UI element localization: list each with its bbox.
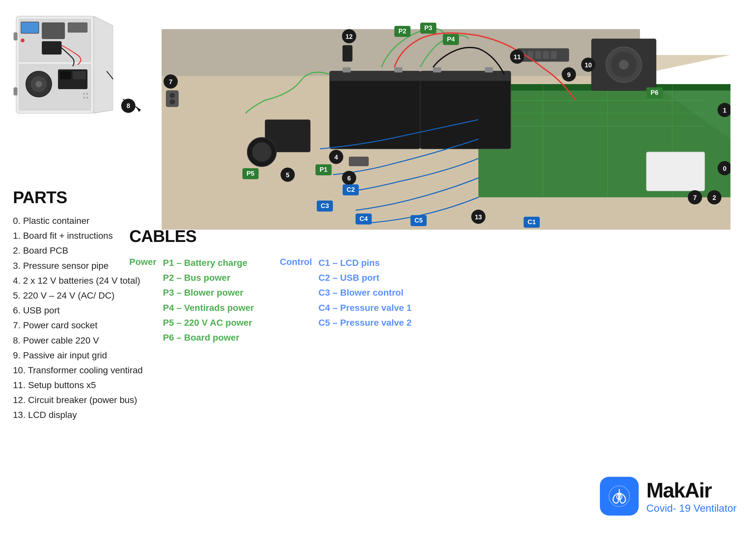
power-cables-group: Power P1 – Battery chargeP2 – Bus powerP… [129,256,254,345]
svg-rect-35 [646,152,705,191]
svg-text:P6: P6 [651,89,659,96]
svg-rect-39 [420,71,511,81]
power-cable-4: P5 – 220 V AC power [163,315,254,330]
part-item-1: 1. Board fit + instructions [13,228,143,243]
cables-grid: Power P1 – Battery chargeP2 – Bus powerP… [129,256,412,345]
svg-text:13: 13 [475,213,482,221]
part-item-5: 5. 220 V – 24 V (AC/ DC) [13,288,143,303]
part-item-8: 8. Power cable 220 V [13,333,143,348]
svg-text:11: 11 [514,53,521,61]
svg-rect-7 [42,42,62,54]
cables-section: CABLES Power P1 – Battery chargeP2 – Bus… [129,226,412,345]
svg-rect-20 [14,32,17,41]
svg-marker-111 [136,106,141,112]
svg-rect-14 [60,71,71,79]
control-cables-list: C1 – LCD pinsC2 – USB portC3 – Blower co… [318,256,412,330]
parts-list: 0. Plastic container1. Board fit + instr… [13,213,143,423]
svg-text:10: 10 [585,62,592,69]
part-item-7: 7. Power card socket [13,318,143,333]
svg-text:7: 7 [693,194,696,201]
svg-text:C1: C1 [527,218,536,225]
part-item-6: 6. USB port [13,303,143,318]
device-illustration [13,13,110,120]
svg-rect-15 [73,71,86,79]
control-cable-3: C4 – Pressure valve 1 [318,300,412,315]
svg-text:P3: P3 [424,24,432,31]
cables-heading: CABLES [129,226,412,246]
svg-text:P1: P1 [320,166,327,173]
svg-rect-57 [543,51,549,59]
svg-point-17 [86,93,88,95]
badge-8: 8 [121,99,135,113]
logo-area: MakAir Covid- 19 Ventilator [600,477,737,516]
svg-rect-38 [420,71,511,149]
svg-point-8 [21,39,25,42]
svg-rect-5 [21,22,39,33]
power-cables-list: P1 – Battery chargeP2 – Bus powerP3 – Bl… [163,256,254,345]
part-item-4: 4. 2 x 12 V batteries (24 V total) [13,273,143,288]
power-cable-2: P3 – Blower power [163,285,254,300]
svg-point-16 [83,93,85,95]
svg-rect-42 [433,67,441,72]
svg-text:0: 0 [723,165,726,172]
svg-rect-41 [394,67,402,72]
logo-subtitle: Covid- 19 Ventilator [646,502,737,514]
svg-text:P2: P2 [398,27,406,35]
logo-brand: MakAir [646,478,737,502]
part-item-0: 0. Plastic container [13,213,143,228]
svg-text:2: 2 [712,194,716,201]
svg-text:P4: P4 [447,36,455,43]
parts-section: PARTS 0. Plastic container1. Board fit +… [13,187,143,423]
svg-text:C4: C4 [360,215,368,222]
control-cable-2: C3 – Blower control [318,285,412,300]
power-cable-5: P6 – Board power [163,330,254,345]
control-label: Control [280,256,312,267]
part-item-13: 13. LCD display [13,408,143,422]
parts-heading: PARTS [13,187,143,207]
logo-icon [600,477,639,516]
control-cables-group: Control C1 – LCD pinsC2 – USB portC3 – B… [280,256,412,330]
svg-point-47 [619,60,629,70]
svg-marker-1 [94,16,113,113]
svg-rect-43 [485,67,493,72]
part-item-3: 3. Pressure sensor pipe [13,259,143,273]
control-cable-0: C1 – LCD pins [318,256,412,270]
svg-rect-56 [535,51,541,59]
part-item-10: 10. Transformer cooling ventirad [13,363,143,378]
svg-point-18 [83,97,85,99]
main-diagram: 0 1 2 4 5 6 7 9 10 [123,10,730,230]
part-item-11: 11. Setup buttons x5 [13,378,143,393]
power-label: Power [129,256,156,267]
svg-text:5: 5 [286,171,289,179]
svg-rect-51 [349,157,368,166]
power-cable-1: P2 – Bus power [163,270,254,285]
svg-text:12: 12 [345,33,353,40]
svg-rect-36 [330,71,420,149]
svg-rect-58 [551,51,556,59]
svg-rect-9 [68,23,87,32]
svg-text:P5: P5 [247,170,255,177]
svg-rect-37 [330,71,420,81]
svg-text:7: 7 [169,78,172,85]
svg-text:4: 4 [334,154,338,161]
logo-text: MakAir Covid- 19 Ventilator [646,478,737,514]
page: 0 1 2 4 5 6 7 9 10 [0,0,756,535]
control-cable-1: C2 – USB port [318,270,412,285]
svg-rect-52 [343,45,352,62]
svg-point-60 [170,93,175,98]
svg-point-114 [618,496,620,498]
svg-rect-21 [14,87,17,96]
svg-point-50 [252,142,272,162]
svg-text:1: 1 [723,107,726,114]
svg-text:9: 9 [567,71,571,78]
svg-point-61 [170,99,175,104]
svg-text:C3: C3 [321,202,329,209]
svg-text:C5: C5 [414,217,423,224]
power-cable-3: P4 – Ventirads power [163,300,254,315]
part-item-9: 9. Passive air input grid [13,348,143,363]
part-item-12: 12. Circuit breaker (power bus) [13,393,143,408]
svg-point-12 [36,81,42,87]
svg-rect-6 [42,23,65,39]
control-cable-4: C5 – Pressure valve 2 [318,315,412,330]
power-cable-0: P1 – Battery charge [163,256,254,270]
